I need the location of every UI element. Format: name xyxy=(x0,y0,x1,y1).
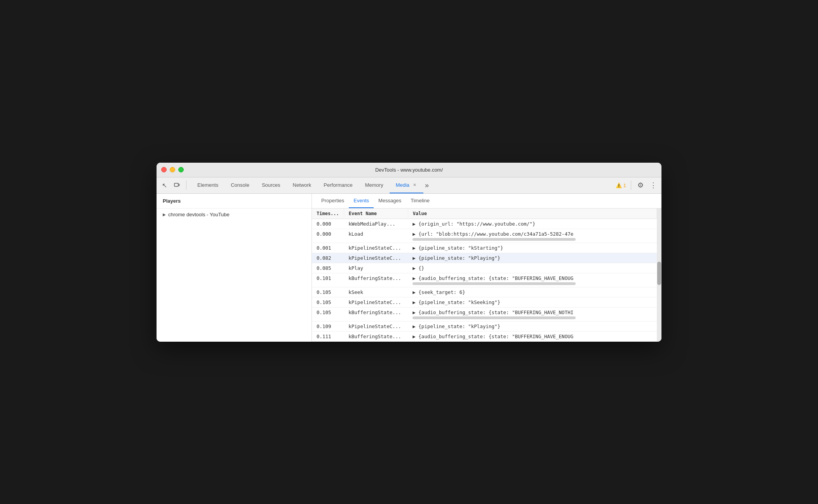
table-row[interactable]: 0.105kBufferingState...▶ {audio_bufferin… xyxy=(312,307,657,321)
more-options-icon[interactable]: ⋮ xyxy=(648,179,658,191)
col-header-value[interactable]: Value xyxy=(408,209,656,219)
close-button[interactable] xyxy=(161,167,167,172)
devtools-window: DevTools - www.youtube.com/ ↖ Elements C… xyxy=(157,163,661,342)
window-title: DevTools - www.youtube.com/ xyxy=(375,167,443,173)
horizontal-scrollbar[interactable] xyxy=(412,316,576,319)
tab-messages[interactable]: Messages xyxy=(374,194,406,208)
sidebar: Players ▶ chrome devtools - YouTube xyxy=(157,194,312,342)
title-bar: DevTools - www.youtube.com/ xyxy=(157,163,661,177)
tab-properties[interactable]: Properties xyxy=(317,194,349,208)
more-tabs-button[interactable]: » xyxy=(423,181,430,189)
cell-event-name: kPipelineStateC... xyxy=(344,321,408,331)
cell-value: ▶ {pipeline_state: "kSeeking"} xyxy=(408,297,656,307)
tab-media[interactable]: Media ✕ xyxy=(390,177,423,193)
cell-timestamp: 0.001 xyxy=(312,243,344,253)
cell-event-name: kBufferingState... xyxy=(344,331,408,341)
table-row[interactable]: 0.111kBufferingState...▶ {audio_bufferin… xyxy=(312,331,657,341)
cell-value: ▶ {pipeline_state: "kStarting"} xyxy=(408,243,656,253)
cell-event-name: kPipelineStateC... xyxy=(344,243,408,253)
cell-event-name: kWebMediaPlay... xyxy=(344,219,408,229)
table-row[interactable]: 0.000kLoad▶ {url: "blob:https://www.yout… xyxy=(312,229,657,243)
cell-event-name: kBufferingState... xyxy=(344,307,408,321)
toolbar-right: ⚠️ 1 ⚙ ⋮ xyxy=(616,179,658,191)
cell-value: ▶ {origin_url: "https://www.youtube.com/… xyxy=(408,219,656,229)
cell-value: ▶ {audio_buffering_state: {state: "BUFFE… xyxy=(408,331,656,341)
tab-elements[interactable]: Elements xyxy=(191,177,225,193)
cell-value: ▶ {pipeline_state: "kPlaying"} xyxy=(408,253,656,263)
svg-rect-1 xyxy=(178,184,179,186)
vertical-scrollbar[interactable] xyxy=(657,209,661,342)
main-content: Players ▶ chrome devtools - YouTube Prop… xyxy=(157,194,661,342)
panel-tab-bar: Properties Events Messages Timeline xyxy=(312,194,661,209)
table-row[interactable]: 0.000kWebMediaPlay...▶ {origin_url: "htt… xyxy=(312,219,657,229)
table-row[interactable]: 0.085kPlay▶ {} xyxy=(312,263,657,273)
sidebar-item-youtube[interactable]: ▶ chrome devtools - YouTube xyxy=(157,209,312,221)
cell-value: ▶ {audio_buffering_state: {state: "BUFFE… xyxy=(408,273,656,287)
tab-network[interactable]: Network xyxy=(287,177,318,193)
horizontal-scrollbar[interactable] xyxy=(412,282,576,285)
col-header-timestamp[interactable]: Times... xyxy=(312,209,344,219)
cell-value: ▶ {audio_buffering_state: {state: "BUFFE… xyxy=(408,307,656,321)
tab-memory[interactable]: Memory xyxy=(359,177,390,193)
cursor-icon[interactable]: ↖ xyxy=(160,181,169,190)
cell-event-name: kPlay xyxy=(344,263,408,273)
traffic-lights xyxy=(161,167,184,172)
cell-value: ▶ {} xyxy=(408,263,656,273)
device-icon[interactable] xyxy=(172,181,181,190)
sidebar-header: Players xyxy=(157,194,312,209)
events-table: Times... Event Name Value xyxy=(312,209,657,342)
col-header-event-name[interactable]: Event Name xyxy=(344,209,408,219)
cell-event-name: kBufferingState... xyxy=(344,273,408,287)
table-row[interactable]: 0.001kPipelineStateC...▶ {pipeline_state… xyxy=(312,243,657,253)
tab-media-close[interactable]: ✕ xyxy=(412,182,417,188)
cell-timestamp: 0.082 xyxy=(312,253,344,263)
events-panel: Properties Events Messages Timeline xyxy=(312,194,661,342)
table-row[interactable]: 0.101kBufferingState...▶ {audio_bufferin… xyxy=(312,273,657,287)
table-row[interactable]: 0.109kPipelineStateC...▶ {pipeline_state… xyxy=(312,321,657,331)
cell-timestamp: 0.111 xyxy=(312,331,344,341)
cell-value: ▶ {pipeline_state: "kPlaying"} xyxy=(408,321,656,331)
cell-timestamp: 0.105 xyxy=(312,297,344,307)
cell-event-name: kLoad xyxy=(344,229,408,243)
cell-event-name: kPipelineStateC... xyxy=(344,297,408,307)
settings-icon[interactable]: ⚙ xyxy=(636,179,645,191)
horizontal-scrollbar[interactable] xyxy=(412,238,576,241)
expand-arrow-icon: ▶ xyxy=(163,212,166,217)
cell-timestamp: 0.085 xyxy=(312,263,344,273)
cell-timestamp: 0.109 xyxy=(312,321,344,331)
minimize-button[interactable] xyxy=(170,167,175,172)
cell-timestamp: 0.105 xyxy=(312,287,344,297)
tab-performance[interactable]: Performance xyxy=(317,177,359,193)
cell-timestamp: 0.000 xyxy=(312,219,344,229)
tab-events[interactable]: Events xyxy=(349,194,374,208)
warning-badge[interactable]: ⚠️ 1 xyxy=(616,182,626,188)
scrollbar-thumb[interactable] xyxy=(657,262,661,285)
cell-timestamp: 0.105 xyxy=(312,307,344,321)
cell-event-name: kPipelineStateC... xyxy=(344,253,408,263)
toolbar-divider xyxy=(631,181,631,190)
maximize-button[interactable] xyxy=(178,167,184,172)
tab-timeline[interactable]: Timeline xyxy=(406,194,434,208)
cell-event-name: kSeek xyxy=(344,287,408,297)
table-header-row: Times... Event Name Value xyxy=(312,209,657,219)
sidebar-item-label: chrome devtools - YouTube xyxy=(168,212,230,217)
table-row[interactable]: 0.105kPipelineStateC...▶ {pipeline_state… xyxy=(312,297,657,307)
toolbar-icons: ↖ xyxy=(160,181,186,190)
events-table-container[interactable]: Times... Event Name Value xyxy=(312,209,657,342)
warning-count: 1 xyxy=(623,182,626,188)
cell-value: ▶ {url: "blob:https://www.youtube.com/c3… xyxy=(408,229,656,243)
table-panel: Times... Event Name Value xyxy=(312,209,661,342)
cell-timestamp: 0.000 xyxy=(312,229,344,243)
tab-sources[interactable]: Sources xyxy=(256,177,287,193)
table-row[interactable]: 0.082kPipelineStateC...▶ {pipeline_state… xyxy=(312,253,657,263)
table-row[interactable]: 0.105kSeek▶ {seek_target: 6} xyxy=(312,287,657,297)
cell-value: ▶ {seek_target: 6} xyxy=(408,287,656,297)
tab-console[interactable]: Console xyxy=(225,177,256,193)
cell-timestamp: 0.101 xyxy=(312,273,344,287)
tab-bar: Elements Console Sources Network Perform… xyxy=(191,177,616,193)
toolbar: ↖ Elements Console Sources Network xyxy=(157,177,661,194)
warning-icon: ⚠️ xyxy=(616,182,622,188)
svg-rect-0 xyxy=(174,183,178,186)
